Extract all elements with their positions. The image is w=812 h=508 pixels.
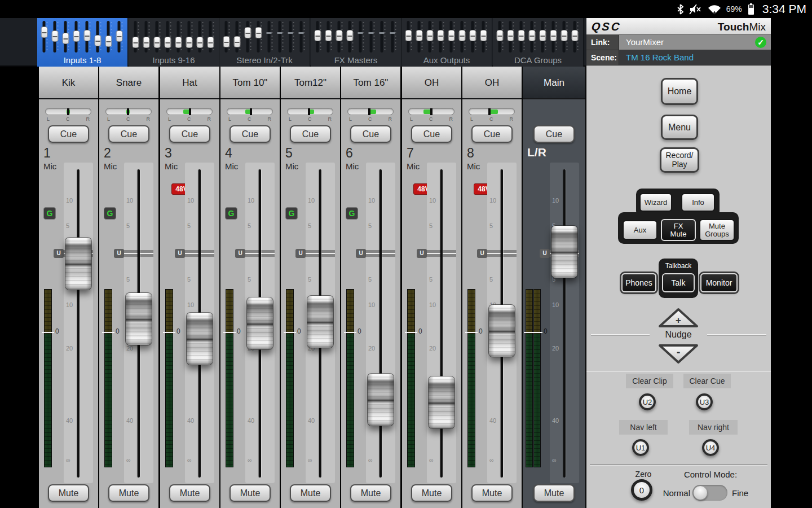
fader-scale-label: ∞: [248, 457, 252, 463]
fader-scale-label: 5: [66, 222, 69, 229]
channel-number: 4: [225, 146, 232, 161]
fader-handle[interactable]: [187, 313, 213, 365]
channel-name[interactable]: Hat: [160, 67, 219, 99]
fader-handle[interactable]: [429, 376, 454, 428]
fader-handle[interactable]: [65, 238, 91, 290]
cue-button[interactable]: Cue: [471, 125, 513, 143]
fader-scale-label: 5: [126, 276, 130, 283]
fader-scale-label: ∞: [126, 457, 131, 463]
mute-button[interactable]: Mute: [533, 484, 575, 502]
nav-left-button[interactable]: Nav left: [619, 420, 668, 435]
nav-right-button[interactable]: Nav right: [689, 420, 738, 435]
mute-button[interactable]: Mute: [350, 484, 391, 502]
aux-button[interactable]: Aux: [623, 220, 657, 240]
pan-slider[interactable]: [469, 108, 515, 115]
divider-mid: [586, 371, 771, 372]
pan-slider[interactable]: [105, 108, 152, 115]
talk-button[interactable]: Talk: [662, 273, 695, 292]
nudge-down-button[interactable]: -: [657, 343, 699, 365]
fx-mute-button[interactable]: FXMute: [661, 219, 696, 241]
record-play-button[interactable]: Record/Play: [660, 147, 699, 173]
cue-button[interactable]: Cue: [230, 125, 271, 143]
mute-button[interactable]: Mute: [290, 484, 331, 502]
cue-button[interactable]: Cue: [48, 125, 89, 143]
control-mode-toggle[interactable]: [692, 485, 727, 501]
mini-fader: [368, 21, 376, 52]
channel-name[interactable]: Tom 10": [220, 67, 280, 99]
channel-name[interactable]: Kik: [39, 67, 98, 99]
user-button-u4[interactable]: U4: [702, 439, 719, 456]
info-button[interactable]: Info: [681, 193, 715, 212]
home-button[interactable]: Home: [661, 78, 698, 105]
fader-scale-label: 10: [308, 197, 315, 204]
cue-button[interactable]: Cue: [350, 125, 391, 143]
bank-tab[interactable]: FX Masters: [311, 18, 401, 67]
pan-slider[interactable]: [45, 108, 91, 115]
mute-button[interactable]: Mute: [471, 484, 513, 502]
mini-fader: [358, 21, 365, 52]
phones-button[interactable]: Phones: [621, 273, 656, 292]
meter-zero-label: 0: [297, 327, 301, 335]
fader-handle[interactable]: [307, 296, 333, 348]
bank-tab[interactable]: Aux Outputs: [401, 18, 492, 67]
bank-tab[interactable]: Inputs 9-16: [129, 18, 219, 67]
pan-slider[interactable]: [166, 108, 213, 115]
pan-tick: [308, 108, 310, 115]
fader-handle[interactable]: [247, 297, 273, 349]
fader-scale-label: ∞: [368, 457, 373, 463]
fader-scale-label: ∞: [429, 457, 434, 463]
bank-tab[interactable]: DCA Groups: [493, 18, 584, 67]
nudge-up-button[interactable]: +: [657, 307, 699, 329]
fader-scale-label: 40: [126, 417, 133, 424]
user-button-u1[interactable]: U1: [632, 439, 649, 456]
pan-slider[interactable]: [408, 108, 454, 115]
mute-button[interactable]: Mute: [411, 484, 452, 502]
fader-handle[interactable]: [489, 305, 515, 357]
fader-handle[interactable]: [551, 226, 577, 278]
channel-name[interactable]: Tom 16": [341, 67, 400, 99]
pan-slider[interactable]: [287, 108, 333, 115]
main-strip-name[interactable]: Main: [523, 67, 585, 99]
monitor-button[interactable]: Monitor: [700, 273, 738, 292]
channel-name[interactable]: OH: [402, 67, 461, 99]
scene-label: Scene:: [586, 50, 619, 65]
fader-handle[interactable]: [368, 374, 394, 426]
fader-handle[interactable]: [126, 293, 152, 345]
channel-strip: Kik LCR Cue 1 Mic G 1055102040∞ U 0 Mute: [39, 67, 98, 508]
user-button-u3[interactable]: U3: [696, 393, 713, 410]
mute-button[interactable]: Mute: [108, 484, 149, 502]
fader-scale-label: 5: [368, 222, 372, 229]
fader-track: [77, 169, 80, 478]
cue-button[interactable]: Cue: [533, 125, 575, 143]
scene-value[interactable]: TM 16 Rock Band: [626, 50, 694, 65]
channel-name[interactable]: Tom12": [281, 67, 340, 99]
clear-clip-button[interactable]: Clear Clip: [626, 374, 673, 388]
cue-button[interactable]: Cue: [290, 125, 331, 143]
mini-fader: [518, 21, 526, 52]
zero-button[interactable]: 0: [631, 479, 652, 501]
user-button-u2[interactable]: U2: [639, 393, 656, 410]
mute-button[interactable]: Mute: [230, 484, 271, 502]
menu-button[interactable]: Menu: [661, 115, 698, 140]
channel-number: 7: [407, 146, 414, 161]
cue-button[interactable]: Cue: [169, 125, 210, 143]
pan-slider[interactable]: [347, 108, 394, 115]
clear-cue-button[interactable]: Clear Cue: [683, 374, 731, 388]
mute-button[interactable]: Mute: [48, 484, 89, 502]
fader-scale-label: ∞: [187, 457, 192, 463]
gain-badge: G: [104, 207, 116, 220]
scene-row: Scene: TM 16 Rock Band: [586, 50, 771, 65]
cue-button[interactable]: Cue: [411, 125, 452, 143]
cue-button[interactable]: Cue: [108, 125, 149, 143]
wizard-button[interactable]: Wizard: [639, 193, 672, 212]
channel-name[interactable]: Snare: [99, 67, 158, 99]
pan-slider[interactable]: [227, 108, 273, 115]
bank-tab[interactable]: Stereo In/2-Trk: [219, 18, 310, 67]
bluetooth-icon: [677, 4, 684, 15]
bank-tab-faders: [315, 21, 398, 52]
channel-name[interactable]: OH: [462, 67, 522, 99]
bank-tab[interactable]: Inputs 1-8: [37, 18, 128, 67]
mute-groups-button[interactable]: MuteGroups: [699, 219, 735, 241]
mute-button[interactable]: Mute: [169, 484, 210, 502]
fader-track: [379, 169, 382, 478]
